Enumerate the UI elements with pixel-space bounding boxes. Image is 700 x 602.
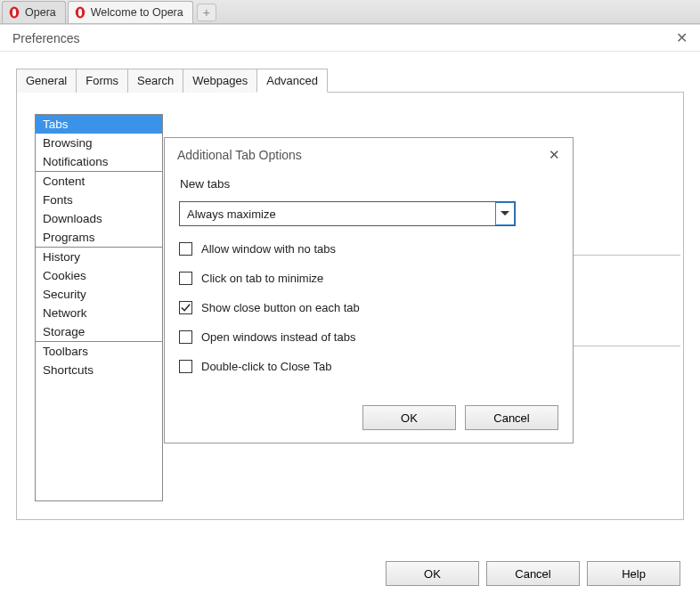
tab-label: General [26,74,67,87]
preferences-window: Preferences ✕ General Forms Search Webpa… [0,24,700,602]
dialog-footer: OK Cancel [165,400,573,443]
chevron-down-icon[interactable] [495,202,515,225]
sidebar-item-label: Content [43,175,85,188]
additional-tab-options-dialog: Additional Tab Options ✕ New tabs Always… [164,137,574,443]
plus-icon: + [203,5,210,20]
checkbox-label: Click on tab to minimize [201,272,323,285]
sidebar-item-label: Network [43,306,87,320]
button-label: Help [622,567,646,581]
checkbox-open-windows-instead[interactable] [179,330,192,344]
checkbox-row: Click on tab to minimize [179,272,558,285]
tab-forms[interactable]: Forms [76,69,128,93]
tab-label: Webpages [192,74,248,87]
ok-button[interactable]: OK [386,561,479,586]
checkbox-label: Open windows instead of tabs [201,330,355,344]
sidebar-item-label: Browsing [43,136,93,150]
sidebar-item-label: Programs [43,231,95,244]
section-label: New tabs [180,177,558,191]
button-label: Cancel [493,411,529,425]
preferences-title: Preferences [12,31,79,45]
browser-tab-welcome[interactable]: Welcome to Opera [68,1,193,23]
tab-label: Search [137,74,174,87]
close-icon[interactable]: ✕ [676,29,688,46]
dialog-title: Additional Tab Options [177,148,302,162]
advanced-side-list: Tabs Browsing Notifications Content Font… [35,114,163,501]
close-icon[interactable]: ✕ [549,147,560,163]
sidebar-item-network[interactable]: Network [36,304,162,322]
sidebar-item-browsing[interactable]: Browsing [36,134,162,152]
help-button[interactable]: Help [587,561,680,586]
sidebar-item-shortcuts[interactable]: Shortcuts [36,361,162,379]
tab-webpages[interactable]: Webpages [183,69,257,93]
svg-point-1 [12,9,16,17]
sidebar-item-label: Downloads [43,212,102,225]
select-value: Always maximize [187,207,276,221]
button-label: OK [424,567,441,581]
new-tabs-select[interactable]: Always maximize [179,201,516,226]
checkbox-double-click-close[interactable] [179,360,192,373]
checkbox-label: Allow window with no tabs [201,242,336,256]
sidebar-item-label: Toolbars [43,345,88,358]
dialog-header: Additional Tab Options ✕ [165,138,573,172]
sidebar-item-label: Tabs [43,118,69,131]
sidebar-item-toolbars[interactable]: Toolbars [36,342,162,361]
dialog-ok-button[interactable]: OK [362,405,456,430]
opera-icon [74,6,86,19]
tab-search[interactable]: Search [127,69,183,93]
prefs-footer: OK Cancel Help [386,561,680,586]
sidebar-item-fonts[interactable]: Fonts [36,191,162,209]
dialog-cancel-button[interactable]: Cancel [465,405,558,430]
sidebar-item-programs[interactable]: Programs [36,228,162,247]
checkbox-allow-window-no-tabs[interactable] [179,242,192,256]
checkbox-label: Show close button on each tab [201,301,360,314]
button-label: Cancel [515,567,550,581]
tab-advanced[interactable]: Advanced [256,69,328,93]
browser-tab-strip: Opera Welcome to Opera + [0,0,700,24]
checkbox-show-close-button[interactable] [179,301,192,314]
sidebar-item-security[interactable]: Security [36,285,162,304]
tab-label: Forms [85,74,118,87]
preferences-header: Preferences ✕ [0,25,700,52]
tab-general[interactable]: General [16,69,77,93]
browser-tab-label: Welcome to Opera [91,6,183,19]
sidebar-item-notifications[interactable]: Notifications [36,152,162,171]
browser-tab-label: Opera [25,6,56,19]
checkbox-row: Allow window with no tabs [179,242,558,256]
sidebar-item-label: Shortcuts [43,363,94,377]
sidebar-item-label: Cookies [43,269,86,282]
checkbox-row: Show close button on each tab [179,301,558,314]
new-tab-button[interactable]: + [197,4,216,21]
sidebar-item-history[interactable]: History [36,248,162,266]
opera-icon [8,6,20,19]
sidebar-item-tabs[interactable]: Tabs [36,115,162,134]
checkbox-row: Open windows instead of tabs [179,330,558,344]
svg-point-3 [78,9,82,17]
sidebar-item-label: Security [43,288,86,301]
checkbox-row: Double-click to Close Tab [179,360,558,373]
tab-label: Advanced [266,74,318,87]
sidebar-item-cookies[interactable]: Cookies [36,266,162,285]
sidebar-item-label: Fonts [43,193,73,207]
button-label: OK [401,411,418,425]
check-icon [181,303,191,313]
sidebar-item-label: History [43,250,80,264]
browser-tab-opera[interactable]: Opera [2,1,66,23]
sidebar-item-label: Notifications [43,155,109,168]
sidebar-item-label: Storage [43,325,85,338]
sidebar-item-content[interactable]: Content [36,172,162,191]
sidebar-item-storage[interactable]: Storage [36,322,162,341]
checkbox-click-tab-minimize[interactable] [179,272,192,285]
sidebar-item-downloads[interactable]: Downloads [36,209,162,228]
prefs-tabs: General Forms Search Webpages Advanced [16,68,684,93]
cancel-button[interactable]: Cancel [486,561,580,586]
checkbox-label: Double-click to Close Tab [201,360,331,373]
